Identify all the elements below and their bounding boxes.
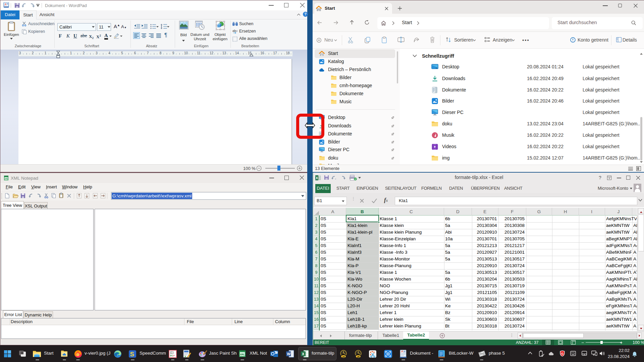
svg-text:XML: XML [240,353,245,356]
svg-text:25: 25 [357,356,360,358]
svg-text:S: S [130,351,135,358]
svg-text:W: W [287,352,291,356]
svg-text:P: P [173,354,175,357]
svg-text:G: G [561,352,564,355]
svg-text:XML: XML [5,178,8,180]
svg-text:ac: ac [235,29,238,33]
svg-text:X: X [302,352,305,356]
svg-text:24: 24 [342,356,345,358]
